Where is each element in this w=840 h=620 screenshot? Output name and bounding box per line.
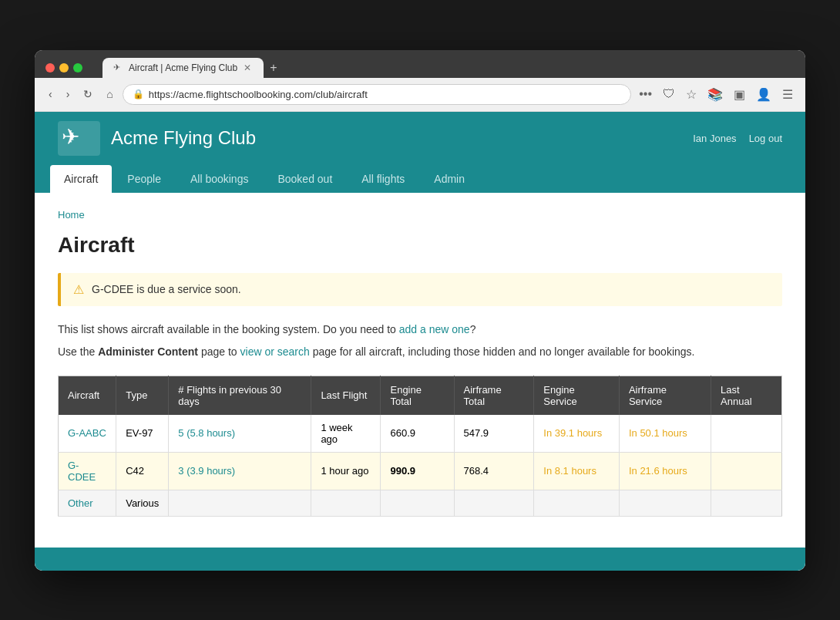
engine-service-cell: In 39.1 hours bbox=[534, 415, 620, 453]
site-title: Acme Flying Club bbox=[111, 127, 256, 149]
forward-button[interactable]: › bbox=[62, 85, 75, 103]
table-row: G-CDEE C42 3 (3.9 hours) 1 hour ago 990.… bbox=[59, 452, 782, 490]
profile-icon[interactable]: 👤 bbox=[753, 84, 774, 105]
tab-aircraft[interactable]: Aircraft bbox=[50, 165, 112, 193]
toolbar-actions: ••• 🛡 ☆ 📚 ▣ 👤 ☰ bbox=[636, 84, 796, 105]
aircraft-name-cell: G-AABC bbox=[59, 415, 116, 453]
new-tab-button[interactable]: + bbox=[264, 58, 283, 78]
last-flight-cell: 1 week ago bbox=[311, 415, 381, 453]
reload-button[interactable]: ↻ bbox=[79, 85, 97, 103]
tab-all-bookings[interactable]: All bookings bbox=[176, 165, 263, 193]
last-annual-cell bbox=[711, 452, 782, 490]
library-icon[interactable]: 📚 bbox=[704, 84, 726, 105]
flights-link-gcdee[interactable]: 3 (3.9 hours) bbox=[178, 465, 235, 477]
airframe-service-cell: In 21.6 hours bbox=[619, 452, 711, 490]
aircraft-type-cell: Various bbox=[116, 490, 169, 516]
maximize-button[interactable] bbox=[73, 63, 82, 72]
tab-people[interactable]: People bbox=[113, 165, 175, 193]
airframe-service-value: In 50.1 hours bbox=[629, 427, 687, 439]
airframe-service-value: In 21.6 hours bbox=[629, 465, 687, 477]
site-footer bbox=[35, 548, 805, 571]
info-line1-after: ? bbox=[470, 323, 476, 335]
traffic-lights bbox=[45, 63, 82, 72]
col-last-annual: Last Annual bbox=[711, 376, 782, 415]
bookmark-icon[interactable]: ☆ bbox=[683, 84, 700, 105]
address-bar[interactable]: 🔒 https://acme.flightschoolbooking.com/c… bbox=[123, 84, 631, 105]
col-engine-service: Engine Service bbox=[534, 376, 620, 415]
airframe-total-cell: 547.9 bbox=[454, 415, 534, 453]
flights-cell: 5 (5.8 hours) bbox=[169, 415, 311, 453]
active-tab[interactable]: ✈ Aircraft | Acme Flying Club ✕ bbox=[102, 58, 264, 78]
info-line2-mid: page to bbox=[201, 345, 237, 358]
shield-icon[interactable]: 🛡 bbox=[660, 84, 678, 104]
tab-all-flights[interactable]: All flights bbox=[348, 165, 418, 193]
aircraft-type-cell: C42 bbox=[116, 452, 169, 490]
administer-content-label: Administer Content bbox=[98, 345, 198, 358]
airframe-total-cell bbox=[454, 490, 534, 516]
engine-service-value: In 8.1 hours bbox=[543, 465, 596, 477]
browser-toolbar: ‹ › ↻ ⌂ 🔒 https://acme.flightschoolbooki… bbox=[35, 78, 805, 112]
last-flight-cell bbox=[311, 490, 381, 516]
tab-favicon: ✈ bbox=[113, 62, 124, 73]
more-icon[interactable]: ••• bbox=[636, 84, 655, 104]
browser-window: ✈ Aircraft | Acme Flying Club ✕ + ‹ › ↻ … bbox=[35, 50, 805, 571]
browser-titlebar: ✈ Aircraft | Acme Flying Club ✕ + bbox=[35, 50, 805, 78]
info-line1-before: This list shows aircraft available in th… bbox=[58, 323, 396, 335]
tab-admin[interactable]: Admin bbox=[420, 165, 479, 193]
table-row: G-AABC EV-97 5 (5.8 hours) 1 week ago 66… bbox=[59, 415, 782, 453]
engine-total-cell bbox=[381, 490, 454, 516]
home-button[interactable]: ⌂ bbox=[102, 85, 117, 103]
airframe-service-cell bbox=[619, 490, 711, 516]
aircraft-table: Aircraft Type # Flights in previous 30 d… bbox=[58, 376, 782, 517]
aircraft-name-cell: G-CDEE bbox=[59, 452, 116, 490]
flights-link-gaabc[interactable]: 5 (5.8 hours) bbox=[178, 427, 235, 439]
tab-close-button[interactable]: ✕ bbox=[242, 62, 253, 73]
col-engine-total: Engine Total bbox=[381, 376, 454, 415]
menu-icon[interactable]: ☰ bbox=[779, 84, 796, 105]
logout-button[interactable]: Log out bbox=[749, 133, 782, 144]
engine-service-cell: In 8.1 hours bbox=[534, 452, 620, 490]
site-logo: ✈ Acme Flying Club bbox=[58, 121, 256, 156]
aircraft-link-gaabc[interactable]: G-AABC bbox=[68, 427, 106, 439]
airframe-service-cell: In 50.1 hours bbox=[619, 415, 711, 453]
col-aircraft: Aircraft bbox=[59, 376, 116, 415]
table-header: Aircraft Type # Flights in previous 30 d… bbox=[59, 376, 782, 415]
page-title: Aircraft bbox=[58, 233, 782, 258]
minimize-button[interactable] bbox=[59, 63, 69, 72]
breadcrumb-home-link[interactable]: Home bbox=[58, 209, 85, 221]
last-annual-cell bbox=[711, 490, 782, 516]
table-header-row: Aircraft Type # Flights in previous 30 d… bbox=[59, 376, 782, 415]
breadcrumb: Home bbox=[58, 208, 782, 221]
engine-total-cell: 660.9 bbox=[381, 415, 454, 453]
sidebar-icon[interactable]: ▣ bbox=[731, 84, 748, 105]
add-new-one-link[interactable]: add a new one bbox=[399, 323, 470, 335]
view-or-search-link[interactable]: view or search bbox=[240, 345, 310, 358]
col-type: Type bbox=[116, 376, 169, 415]
col-airframe-total: Airframe Total bbox=[454, 376, 534, 415]
alert-message: G-CDEE is due a service soon. bbox=[92, 283, 241, 295]
flights-cell bbox=[169, 490, 311, 516]
info-line2-after: page for all aircraft, including those h… bbox=[313, 345, 695, 358]
user-name: Ian Jones bbox=[693, 133, 736, 144]
table-body: G-AABC EV-97 5 (5.8 hours) 1 week ago 66… bbox=[59, 415, 782, 517]
url-text: https://acme.flightschoolbooking.com/clu… bbox=[149, 89, 621, 100]
airframe-total-cell: 768.4 bbox=[454, 452, 534, 490]
nav-tabs: Aircraft People All bookings Booked out … bbox=[35, 165, 805, 193]
engine-total-cell: 990.9 bbox=[381, 452, 454, 490]
last-flight-cell: 1 hour ago bbox=[311, 452, 381, 490]
main-content: Home Aircraft ⚠ G-CDEE is due a service … bbox=[35, 193, 805, 548]
aircraft-link-gcdee[interactable]: G-CDEE bbox=[68, 460, 96, 483]
aircraft-link-other[interactable]: Other bbox=[68, 497, 93, 509]
info-line-2: Use the Administer Content page to view … bbox=[58, 344, 782, 360]
tab-booked-out[interactable]: Booked out bbox=[264, 165, 346, 193]
col-airframe-service: Airframe Service bbox=[619, 376, 711, 415]
engine-service-cell bbox=[534, 490, 620, 516]
info-line-1: This list shows aircraft available in th… bbox=[58, 322, 782, 338]
tab-bar: ✈ Aircraft | Acme Flying Club ✕ + bbox=[102, 58, 795, 78]
aircraft-name-cell: Other bbox=[59, 490, 116, 516]
info-line2-before: Use the bbox=[58, 345, 95, 358]
close-button[interactable] bbox=[45, 63, 55, 72]
alert-warning: ⚠ G-CDEE is due a service soon. bbox=[58, 273, 782, 306]
back-button[interactable]: ‹ bbox=[44, 85, 57, 103]
engine-service-value: In 39.1 hours bbox=[543, 427, 602, 439]
